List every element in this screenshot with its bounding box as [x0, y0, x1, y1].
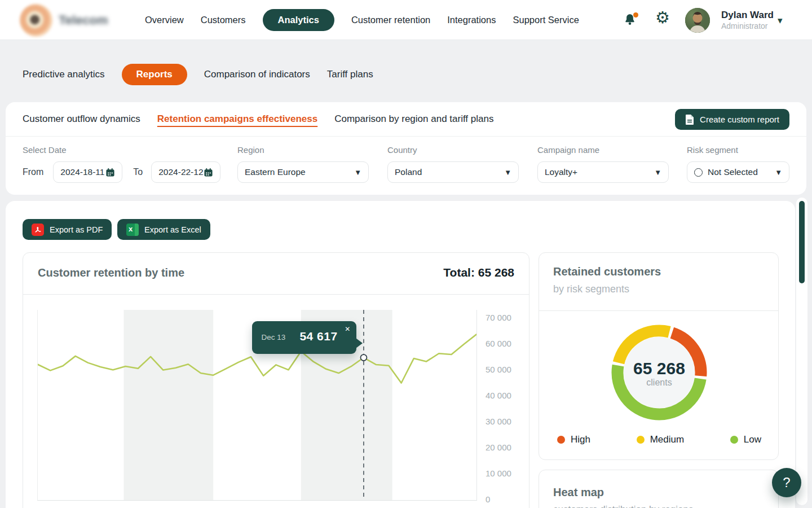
calendar-icon — [105, 168, 115, 177]
legend-label-high: High — [571, 434, 590, 445]
subnav-item-comparison-of-indicators[interactable]: Comparison of indicators — [204, 69, 310, 80]
risk-segment-select[interactable]: Not Selected ▼ — [687, 161, 789, 183]
select-date-label: Select Date — [23, 145, 220, 155]
legend-item-high[interactable]: High — [557, 434, 590, 445]
medium-risk-dot-icon — [637, 436, 645, 444]
date-from-input[interactable]: 2024-18-11 — [53, 161, 122, 183]
y-tick-label: 40 000 — [486, 391, 511, 400]
risk-segment-label: Risk segment — [687, 145, 789, 155]
y-axis-labels: 70 00060 00050 00040 00030 00020 00010 0… — [486, 310, 526, 501]
chart-total-value: 65 268 — [478, 266, 514, 279]
analytics-subnav: Predictive analytics Reports Comparison … — [23, 63, 373, 85]
retained-card-subtitle: by risk segments — [553, 283, 629, 295]
settings-gear-icon[interactable]: ⚙ — [655, 10, 670, 26]
tab-customer-outflow-dynamics[interactable]: Customer outflow dynamics — [23, 113, 140, 125]
line-chart-plot-area[interactable]: Dec 13 54 617 ✕ — [37, 310, 477, 501]
subnav-item-reports[interactable]: Reports — [122, 64, 187, 85]
logo-icon — [20, 4, 52, 37]
y-tick-label: 30 000 — [486, 417, 511, 426]
heat-map-subtitle: customers distribution by regions — [553, 504, 694, 508]
low-risk-dot-icon — [730, 436, 738, 444]
chart-tooltip: Dec 13 54 617 ✕ — [252, 321, 356, 354]
chart-total-label: Total: — [443, 266, 475, 279]
main-nav: Overview Customers Analytics Customer re… — [145, 0, 579, 40]
chart-title: Customer retention by time — [38, 266, 184, 279]
app-header: Telecom Overview Customers Analytics Cus… — [0, 0, 812, 40]
heat-map-card: Heat map customers distribution by regio… — [539, 470, 779, 508]
risk-segments-donut-chart[interactable]: 65 268 clients — [611, 325, 707, 421]
tooltip-arrow — [356, 338, 363, 348]
legend-label-low: Low — [744, 434, 761, 445]
date-to-input[interactable]: 2024-22-12 — [151, 161, 220, 183]
user-name: Dylan Ward — [721, 10, 774, 21]
y-tick-label: 0 — [486, 494, 490, 504]
report-controls-card: Customer outflow dynamics Retention camp… — [6, 102, 806, 195]
legend-item-medium[interactable]: Medium — [637, 434, 684, 445]
risk-legend: High Medium Low — [557, 434, 761, 445]
scrollbar-track[interactable] — [796, 198, 807, 505]
divider — [6, 136, 806, 137]
help-button[interactable]: ? — [772, 468, 801, 497]
logo-text: Telecom — [59, 13, 108, 28]
date-to-value: 2024-22-12 — [158, 167, 203, 177]
risk-segment-value: Not Selected — [708, 167, 758, 177]
create-custom-report-button[interactable]: Create custom report — [675, 109, 789, 130]
export-excel-button[interactable]: x Export as Excel — [117, 219, 210, 240]
user-role: Administrator — [721, 21, 767, 30]
report-content-card: Export as PDF x Export as Excel Customer… — [6, 201, 795, 508]
nav-item-customers[interactable]: Customers — [201, 15, 246, 25]
customer-retention-chart-card: Customer retention by time Total: 65 268… — [23, 252, 529, 508]
chart-total: Total: 65 268 — [443, 266, 514, 279]
retained-customers-card: Retained customers by risk segments 65 2… — [539, 252, 779, 460]
nav-item-overview[interactable]: Overview — [145, 15, 184, 25]
radio-circle-icon — [694, 168, 703, 177]
date-from-value: 2024-18-11 — [60, 167, 104, 177]
campaign-value: Loyalty+ — [545, 167, 577, 177]
subnav-item-tariff-plans[interactable]: Tariff plans — [327, 69, 373, 80]
to-label: To — [133, 167, 143, 177]
user-avatar[interactable] — [685, 8, 710, 33]
report-tabs: Customer outflow dynamics Retention camp… — [23, 102, 493, 136]
donut-center-value: 65 268 — [611, 359, 707, 378]
country-value: Poland — [395, 167, 422, 177]
filter-risk-segment: Risk segment Not Selected ▼ — [687, 145, 789, 183]
y-tick-label: 20 000 — [486, 443, 511, 452]
y-tick-label: 60 000 — [486, 339, 511, 348]
tab-comparison-by-region[interactable]: Comparison by region and tariff plans — [334, 113, 493, 125]
divider — [539, 310, 778, 311]
divider — [23, 294, 529, 295]
export-pdf-label: Export as PDF — [50, 225, 103, 234]
y-tick-label: 70 000 — [486, 313, 511, 322]
filter-select-date: Select Date From 2024-18-11 To 2024-22-1… — [23, 145, 220, 183]
notifications-bell-icon[interactable] — [623, 12, 638, 28]
region-value: Eastern Europe — [245, 167, 306, 177]
app-logo[interactable]: Telecom — [20, 3, 144, 37]
chevron-down-icon: ▼ — [654, 168, 661, 177]
legend-item-low[interactable]: Low — [730, 434, 761, 445]
filter-country: Country Poland ▼ — [387, 145, 519, 183]
chevron-down-icon: ▼ — [775, 168, 782, 177]
campaign-select[interactable]: Loyalty+ ▼ — [537, 161, 669, 183]
campaign-name-label: Campaign name — [537, 145, 669, 155]
filter-region: Region Eastern Europe ▼ — [237, 145, 369, 183]
nav-item-integrations[interactable]: Integrations — [447, 15, 496, 25]
heat-map-title: Heat map — [553, 486, 604, 499]
from-label: From — [23, 167, 43, 177]
export-pdf-button[interactable]: Export as PDF — [23, 219, 112, 240]
calendar-icon — [204, 168, 213, 177]
pdf-file-icon — [32, 224, 44, 236]
nav-item-customer-retention[interactable]: Customer retention — [351, 15, 430, 25]
create-custom-report-label: Create custom report — [700, 115, 779, 124]
scrollbar-thumb[interactable] — [799, 201, 805, 283]
donut-center-label: clients — [611, 378, 707, 388]
tooltip-close-icon[interactable]: ✕ — [343, 324, 351, 334]
country-select[interactable]: Poland ▼ — [387, 161, 519, 183]
region-select[interactable]: Eastern Europe ▼ — [237, 161, 369, 183]
nav-item-analytics[interactable]: Analytics — [263, 9, 334, 31]
nav-item-support-service[interactable]: Support Service — [513, 15, 579, 25]
subnav-item-predictive-analytics[interactable]: Predictive analytics — [23, 69, 105, 80]
tab-retention-campaigns-effectiveness[interactable]: Retention campaigns effectiveness — [157, 113, 317, 125]
tooltip-value: 54 617 — [299, 330, 337, 343]
document-icon — [685, 115, 694, 125]
user-menu-chevron-down-icon[interactable]: ▾ — [778, 15, 783, 27]
